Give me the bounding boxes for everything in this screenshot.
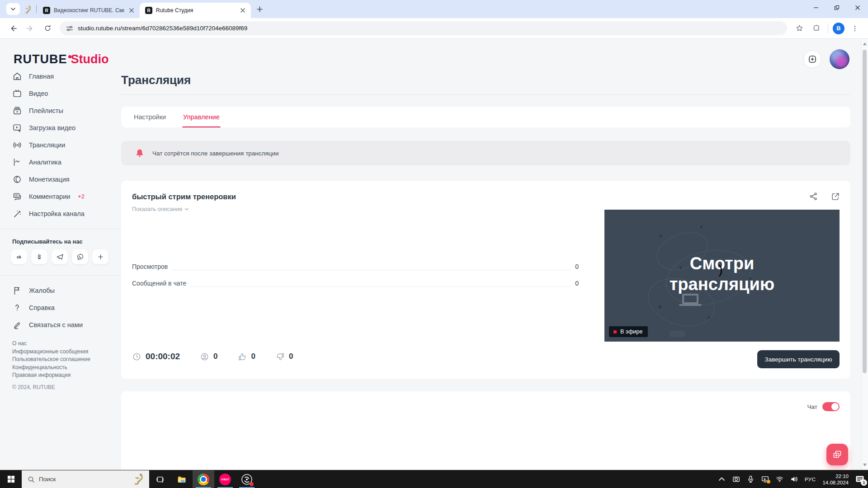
tab-settings[interactable]: Настройки [133,107,167,127]
taskbar-search[interactable]: Поиск [22,470,149,488]
volume-tray-icon[interactable] [790,475,798,483]
sidebar-item-analytics[interactable]: Аналитика [0,154,121,171]
widget-fab-button[interactable] [826,444,848,465]
sidebar-item-monetization[interactable]: Монетизация [0,171,121,188]
upload-video-icon [12,123,22,133]
tab-management[interactable]: Управление [182,107,221,127]
language-indicator[interactable]: РУС [805,477,816,482]
sidebar-item-contact[interactable]: Связаться с нами [0,316,121,333]
rutube-favicon: R [43,7,50,14]
osu-taskbar-button[interactable]: osu! [214,470,236,488]
sidebar-item-label: Главная [29,73,54,80]
close-icon[interactable] [239,7,246,14]
tab-separator [36,5,37,13]
taskbar-date: 14.08.2024 [822,479,849,486]
minimize-button[interactable] [806,0,826,15]
chat-toggle[interactable] [822,402,840,411]
screen-share-tray-icon[interactable] [761,475,769,483]
stream-preview[interactable]: Смотри трансляцию ) В эфире [604,210,840,342]
live-dot-icon [613,330,617,333]
preview-deco: ) [718,263,722,277]
logo-rutube-text: RUTUBE [14,52,67,66]
sidebar-item-video[interactable]: Видео [0,85,121,102]
extensions-icon[interactable] [809,21,824,36]
telegram-link[interactable] [52,249,68,264]
reload-button[interactable] [40,21,55,36]
browser-tab-rutube[interactable]: R Видеохостинг RUTUBE. Смотр [38,3,140,18]
vk-link[interactable]: vk [11,249,27,264]
broadcast-icon [12,140,22,150]
clock-icon [132,352,142,361]
show-description-link[interactable]: Показать описание [132,206,189,212]
footer-link-terms[interactable]: Пользовательское соглашение [12,356,121,363]
tray-expand-icon[interactable] [718,475,726,483]
footer-link-about[interactable]: О нас [12,340,121,347]
viber-link[interactable] [72,249,88,264]
site-settings-icon[interactable] [66,25,73,32]
footer-link-news[interactable]: Информационные сообщения [12,348,121,356]
sidebar-item-home[interactable]: Главная [0,68,121,85]
dislikes-count: 0 [289,352,293,361]
windows-taskbar: Поиск osu! [0,470,868,488]
browser-profile-avatar[interactable]: B [833,23,844,34]
wifi-tray-icon[interactable] [776,475,783,483]
sidebar-item-playlists[interactable]: Плейлисты [0,102,121,119]
gecko-icon[interactable] [132,473,145,485]
preview-line2: трансляцию [604,274,840,295]
bookmark-star-icon[interactable] [792,21,807,36]
dislikes-meter[interactable]: 0 [275,352,293,361]
taskbar-clock[interactable]: 22:10 14.08.2024 [822,473,849,486]
microphone-tray-icon[interactable] [747,475,755,483]
rutube-studio-logo[interactable]: RUTUBE Studio [14,52,108,66]
chrome-taskbar-button[interactable] [193,470,214,488]
url-bar[interactable]: studio.rutube.ru/stream/6d702862536e589d… [60,21,787,35]
chat-toggle-row: Чат [807,402,840,411]
start-button[interactable] [0,470,22,488]
osu-icon: osu! [219,474,231,485]
stream-card: быстрый стрим тренеровки Показать описан… [121,181,850,379]
share-icon[interactable] [809,192,819,202]
stream-tabs: Настройки Управление [121,107,850,127]
likes-meter[interactable]: 0 [238,352,255,361]
end-stream-button[interactable]: Завершить трансляцию [757,350,840,368]
scroll-up-arrow[interactable] [863,42,867,45]
open-external-icon[interactable] [830,192,840,202]
tab-search-button[interactable] [6,3,20,15]
copyright: © 2024, RUTUBE [12,384,121,391]
close-icon[interactable] [128,7,135,14]
sidebar-item-streams[interactable]: Трансляции [0,136,121,154]
gecko-icon[interactable] [24,5,33,14]
footer-link-legal[interactable]: Правовая информация [12,371,121,379]
page-scrollbar[interactable] [861,39,868,470]
back-button[interactable] [6,21,20,36]
ok-link[interactable] [31,249,47,264]
recording-dot [250,482,254,486]
sidebar-item-upload[interactable]: Загрузка видео [0,119,121,136]
camera-tray-icon[interactable] [732,475,740,483]
more-socials-link[interactable] [92,249,108,264]
stat-value: 0 [575,280,579,287]
magic-wand-icon [12,209,22,219]
stream-card-actions [809,192,840,202]
forward-button[interactable] [23,21,38,36]
scroll-down-arrow[interactable] [863,464,867,466]
sidebar-item-channel-settings[interactable]: Настройка канала [0,205,121,222]
obs-taskbar-button[interactable] [236,470,258,488]
close-window-button[interactable] [847,0,868,15]
task-view-button[interactable] [149,470,171,488]
browser-menu-icon[interactable] [848,21,862,36]
url-text[interactable]: studio.rutube.ru/stream/6d702862536e589d… [78,25,247,32]
new-tab-button[interactable] [254,3,265,15]
sidebar-item-comments[interactable]: Комментарии +2 [0,188,121,205]
action-center-button[interactable]: 1 [855,475,864,483]
file-explorer-button[interactable] [171,470,193,488]
duration-meter: 00:00:02 [132,352,180,361]
scrollbar-thumb[interactable] [863,50,867,373]
maximize-button[interactable] [826,0,847,15]
footer-link-privacy[interactable]: Конфиденциальность [12,364,121,371]
analytics-icon [12,157,22,167]
logo-studio-text: Studio [71,52,109,66]
sidebar-item-help[interactable]: Справка [0,299,121,316]
sidebar-item-reports[interactable]: Жалобы [0,282,121,299]
browser-tab-studio[interactable]: R Rutube Студия [140,3,251,18]
